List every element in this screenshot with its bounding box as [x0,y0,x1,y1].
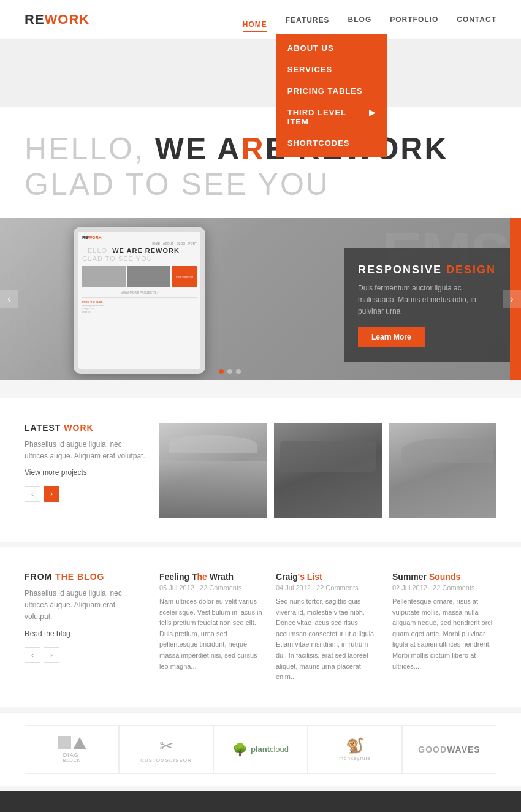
dropdown-about[interactable]: About Us [276,37,387,59]
read-blog-link[interactable]: Read the blog [25,629,135,638]
post3-excerpt: Pellentesque ornare, risus at vulputate … [392,596,496,672]
dot-3[interactable] [236,369,241,374]
slider-prev-arrow[interactable]: ‹ [0,290,18,308]
footer: REWORK Proin fermentum sollicitudin ante… [0,791,521,812]
slider-overlay: RESPONSIVE DESIGN Duis fermentum auctor … [344,248,510,362]
separator-4 [0,786,521,791]
latest-work-section: LATEST WORK Phasellus id augue ligula, n… [0,398,521,542]
blog-post-2: Craig's List 04 Jul 2012 · 22 Comments S… [276,572,380,683]
dropdown-pricing[interactable]: Pricing Tables [276,80,387,102]
blog-desc: Phasellus id augue ligula, nec ultrices … [25,588,135,623]
nav-contact[interactable]: CONTACT [457,2,496,37]
view-more-link[interactable]: View more projects [25,468,147,477]
post2-meta: 04 Jul 2012 · 22 Comments [276,584,380,591]
dropdown-services[interactable]: Services [276,59,387,80]
latest-work-title: LATEST WORK [25,423,147,433]
features-dropdown: About Us Services Pricing Tables Third L… [276,34,387,157]
logo-goodwaves: GOODWAVES [402,725,496,774]
nav-features-wrapper: FEATURES About Us Services Pricing Table… [286,14,330,25]
latest-work-title-plain: LATEST [25,423,61,433]
nav-blog[interactable]: BLOG [348,2,372,37]
logo-monkeyrule: 🐒 monkeyrule [308,725,402,774]
work-prev-btn[interactable]: ‹ [25,486,40,502]
blog-section: FROM THE BLOG Phasellus id augue ligula,… [0,547,521,707]
blog-post-3: Summer Sounds 02 Jul 2012 · 22 Comments … [392,572,496,683]
work-next-btn[interactable]: › [44,486,59,502]
slider-dots [219,369,241,374]
hero-hello: HELLO, [25,132,155,166]
nav-features[interactable]: FEATURES [286,2,330,38]
blog-next-btn[interactable]: › [44,647,59,663]
latest-work-title-accent: WORK [64,423,93,433]
post2-excerpt: Sed nunc tortor, sagittis quis viverra i… [276,596,380,683]
post1-meta: 05 Jul 2012 · 22 Comments [159,584,264,591]
slider-heading: RESPONSIVE DESIGN [358,264,496,276]
blog-posts: Feeling The Wrath 05 Jul 2012 · 22 Comme… [159,572,496,683]
post1-excerpt: Nam ultrices dolor eu velit varius scele… [159,596,264,672]
tablet-mockup: REWORK HOME ABOUT BLOG PORT HELLO, WE AR… [74,227,205,374]
post2-title: Craig's List [276,572,380,582]
blog-post-1: Feeling The Wrath 05 Jul 2012 · 22 Comme… [159,572,264,683]
blog-nav-arrows: ‹ › [25,647,135,663]
work-image-2 [274,423,381,518]
logo[interactable]: REWORK [25,12,89,28]
logo-diagblock: DIAGBLOCK [25,725,119,774]
logo-work: WORK [45,12,90,27]
blog-title-accent: THE BLOG [55,572,104,582]
main-nav: HOME FEATURES About Us Services Pricing … [243,2,496,37]
blog-title-plain: FROM [25,572,52,582]
dot-2[interactable] [227,369,232,374]
post1-title: Feeling The Wrath [159,572,264,582]
nav-home[interactable]: HOME [243,7,267,32]
hero-line1: HELLO, WE ARE REWORK [25,132,496,167]
nav-portfolio[interactable]: PORTFOLIO [390,2,438,37]
hero-line2: GLAD TO SEE YOU [25,167,496,203]
blog-prev-btn[interactable]: ‹ [25,647,40,663]
separator-2 [0,542,521,547]
learn-more-button[interactable]: Learn More [358,327,425,347]
logos-section: DIAGBLOCK ✂ CUSTOMSCISSOR 🌳 plantcloud 🐒… [0,712,521,786]
logo-customscissor: ✂ CUSTOMSCISSOR [119,725,213,774]
logo-plantcloud: 🌳 plantcloud [213,725,308,774]
post3-title: Summer Sounds [392,572,496,582]
dropdown-shortcodes[interactable]: Shortcodes [276,132,387,154]
blog-title: FROM THE BLOG [25,572,135,582]
work-images [159,423,496,518]
post3-meta: 02 Jul 2012 · 22 Comments [392,584,496,591]
logo-re: RE [25,12,45,27]
slider-next-arrow[interactable]: › [503,290,521,308]
work-image-1 [159,423,267,518]
dropdown-third[interactable]: Third Level Item▶ [276,102,387,132]
work-image-3 [389,423,496,518]
latest-work-desc: Phasellus id augue ligula, nec ultrices … [25,439,147,462]
separator-1 [0,380,521,398]
hero-section: HELLO, WE ARE REWORK GLAD TO SEE YOU [0,107,521,218]
slider-desc: Duis fermentum auctor ligula ac malesuad… [358,283,496,318]
dot-1[interactable] [219,369,224,374]
separator-3 [0,707,521,712]
work-nav-arrows: ‹ › [25,486,147,502]
slider: EMS REWORK HOME ABOUT BLOG PORT HELLO, W… [0,218,521,380]
header: REWORK HOME FEATURES About Us Services P… [0,0,521,40]
